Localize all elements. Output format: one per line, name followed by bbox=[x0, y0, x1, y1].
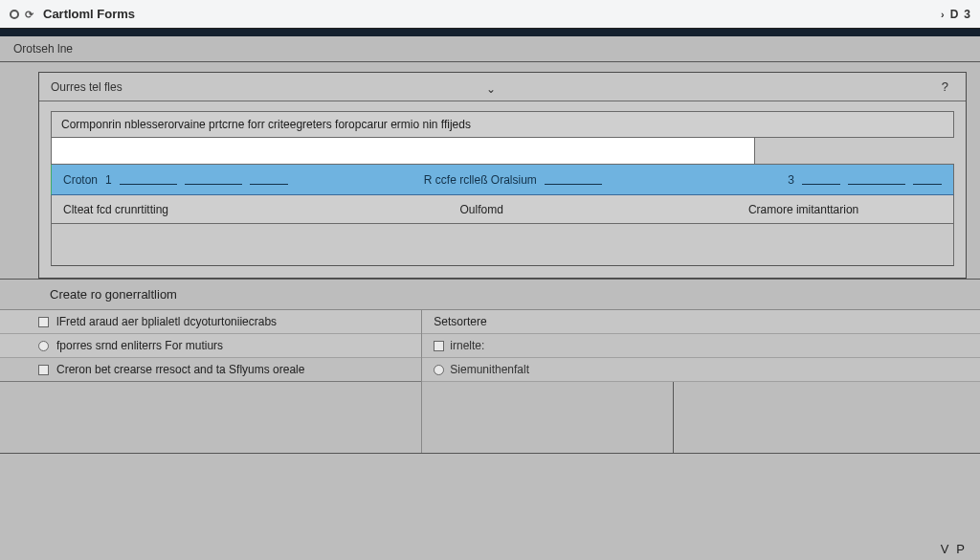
cell-2: Oulfomd bbox=[448, 203, 736, 216]
main-area: Ourres tel fles ⌄ ? Cormponrin nblessero… bbox=[0, 62, 980, 560]
option-1-label: lFretd araud aer bplialetl dcyoturtoniie… bbox=[56, 315, 277, 328]
sub-header: Orotseh lne bbox=[0, 36, 980, 62]
window-title: Cartloml Forms bbox=[43, 7, 135, 21]
right-item-1[interactable]: irnelte: bbox=[422, 334, 980, 358]
right-item-1-label: irnelte: bbox=[450, 339, 484, 352]
footer-v[interactable]: V bbox=[941, 542, 949, 556]
form-panel: Ourres tel fles ⌄ ? Cormponrin nblessero… bbox=[38, 72, 967, 279]
table-empty-area bbox=[51, 224, 954, 266]
description-text: Cormponrin nblesserorvaine prtcrne forr … bbox=[61, 118, 471, 131]
chevron-right-icon[interactable]: › bbox=[941, 9, 945, 20]
col3-num: 3 bbox=[788, 173, 794, 187]
col2-label: R ccfe rclleß Oralsium bbox=[424, 173, 537, 187]
option-3[interactable]: Creron bet crearse rresoct and ta Sflyum… bbox=[0, 358, 421, 382]
divider-column bbox=[422, 382, 673, 453]
toolbar-badge: 3 bbox=[964, 8, 970, 21]
col1-label: Croton bbox=[63, 173, 98, 187]
checkbox-icon[interactable] bbox=[38, 317, 49, 327]
panel-header-label: Ourres tel fles bbox=[51, 80, 122, 94]
footer: V P bbox=[941, 542, 965, 556]
radio-icon[interactable] bbox=[38, 341, 49, 351]
bottom-area: V P bbox=[0, 453, 980, 560]
footer-p[interactable]: P bbox=[956, 542, 965, 556]
radio-icon[interactable] bbox=[434, 365, 444, 375]
dropdown-caret-icon[interactable]: ⌄ bbox=[486, 82, 496, 92]
accent-bar bbox=[0, 29, 980, 36]
toolbar-icon-d[interactable]: D bbox=[950, 8, 959, 21]
column-header-row: Croton 1 R ccfe rclleß Oralsium 3 bbox=[51, 165, 954, 195]
option-3-label: Creron bet crearse rresoct and ta Sflyum… bbox=[56, 363, 304, 376]
refresh-icon[interactable] bbox=[25, 7, 37, 21]
right-options: Setsortere irnelte: Siemunithenfalt bbox=[421, 310, 980, 453]
checkbox-icon[interactable] bbox=[38, 365, 49, 375]
right-item-2-label: Siemunithenfalt bbox=[450, 363, 529, 376]
panel-header: Ourres tel fles ⌄ ? bbox=[39, 73, 966, 101]
help-icon[interactable]: ? bbox=[942, 79, 954, 94]
col1-num: 1 bbox=[105, 173, 112, 187]
input-gap bbox=[755, 138, 954, 165]
text-input[interactable] bbox=[51, 138, 755, 165]
right-head: Setsortere bbox=[422, 310, 980, 334]
col-header-2[interactable]: R ccfe rclleß Oralsium bbox=[412, 173, 755, 187]
cell-3: Cramore imitanttarion bbox=[737, 203, 953, 216]
options-section: Create ro gonerraltliom lFretd araud aer… bbox=[0, 279, 980, 453]
checkbox-icon[interactable] bbox=[434, 341, 444, 351]
sub-header-label: Orotseh lne bbox=[13, 42, 73, 56]
title-bar: Cartloml Forms › D 3 bbox=[0, 0, 980, 29]
options-title: Create ro gonerraltliom bbox=[0, 280, 980, 310]
option-2[interactable]: fporres srnd enliterrs For mutiurs bbox=[0, 334, 421, 358]
left-options: lFretd araud aer bplialetl dcyoturtoniie… bbox=[0, 310, 421, 453]
table-row[interactable]: Clteat fcd crunrtitting Oulfomd Cramore … bbox=[51, 195, 954, 224]
col-header-3[interactable]: 3 bbox=[755, 173, 953, 187]
cell-1: Clteat fcd crunrtitting bbox=[52, 203, 448, 216]
option-1[interactable]: lFretd araud aer bplialetl dcyoturtoniie… bbox=[0, 310, 421, 334]
app-circle-icon bbox=[10, 10, 19, 19]
filler bbox=[674, 382, 980, 453]
description-row: Cormponrin nblesserorvaine prtcrne forr … bbox=[51, 111, 954, 138]
panel-body: Cormponrin nblesserorvaine prtcrne forr … bbox=[39, 101, 966, 278]
col-header-1[interactable]: Croton 1 bbox=[52, 173, 412, 187]
option-2-label: fporres srnd enliterrs For mutiurs bbox=[56, 339, 223, 352]
right-item-2[interactable]: Siemunithenfalt bbox=[422, 358, 980, 382]
